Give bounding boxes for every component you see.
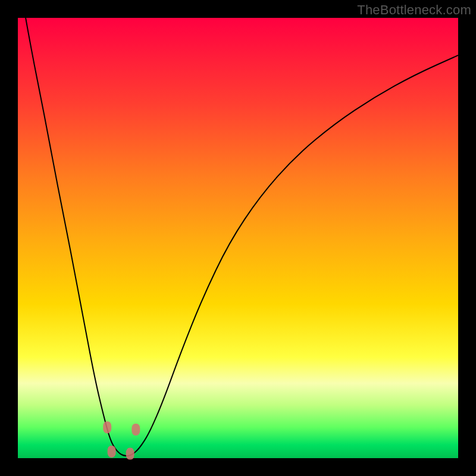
curve-marker [126,448,134,460]
curve-svg [18,18,458,458]
curve-marker [103,421,111,433]
chart-frame: TheBottleneck.com [0,0,476,476]
bottleneck-curve [18,0,458,456]
plot-area [18,18,458,458]
curve-marker [131,424,140,436]
curve-marker [108,446,116,458]
watermark-text: TheBottleneck.com [357,2,471,18]
